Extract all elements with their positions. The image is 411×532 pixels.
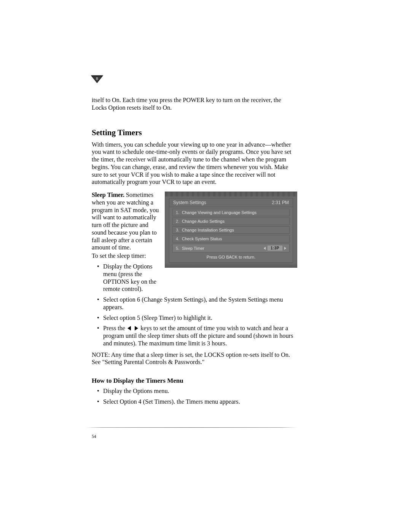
list-item: Display the Options menu. (92, 388, 297, 395)
arrow-bullet-post: keys to set the amount of time you wish … (103, 325, 293, 347)
figure-header: System Settings 2:31 PM (169, 198, 293, 207)
chapter-marker: 8 (90, 75, 104, 90)
note-paragraph: NOTE: Any time that a sleep timer is set… (92, 351, 297, 367)
figure-value: 1:3P (264, 245, 286, 251)
chapter-number: 8 (96, 76, 98, 81)
subsection-heading: How to Display the Timers Menu (92, 377, 297, 385)
triangle-right-icon (135, 326, 138, 331)
footer-rule (85, 427, 298, 428)
arrow-bullet-pre: Press the (103, 325, 127, 332)
figure-item: 1. Change Viewing and Language Settings (172, 209, 290, 216)
intro-paragraph: itself to On. Each time you press the PO… (92, 97, 297, 112)
sleep-timer-label: Sleep Timer. (92, 192, 124, 198)
triangle-left-icon (127, 326, 131, 331)
figure-time: 2:31 PM (272, 200, 289, 205)
section-heading: Setting Timers (92, 128, 297, 137)
section-paragraph: With timers, you can schedule your viewi… (92, 141, 297, 187)
sleep-timer-row: Sleep Timer. Sometimes when you are watc… (92, 192, 297, 293)
figure-title: System Settings (173, 200, 206, 205)
figure-value-chip: 1:3P (267, 245, 283, 251)
figure-panel: System Settings 2:31 PM 1. Change Viewin… (169, 198, 293, 263)
sleep-timer-bullets-narrow: Display the Options menu (press the OPTI… (92, 263, 159, 293)
page-content: 8 itself to On. Each time you press the … (92, 75, 297, 406)
list-item: Select Option 4 (Set Timers). the Timers… (92, 398, 297, 406)
sleep-timer-text: Sleep Timer. Sometimes when you are watc… (92, 192, 159, 293)
figure-list: 1. Change Viewing and Language Settings … (169, 207, 293, 252)
figure-item: 2. Change Audio Settings (172, 217, 290, 225)
figure-item-selected: 5. Sleep Timer 1:3P (172, 244, 290, 252)
figure-item: 4. Check System Status (172, 235, 290, 243)
triangle-left-icon (264, 247, 266, 250)
list-item: Select option 5 (Sleep Timer) to highlig… (92, 315, 297, 322)
figure-item: 3. Change Installation Settings (172, 226, 290, 234)
sleep-timer-lead: To set the sleep timer: (92, 252, 159, 260)
system-settings-figure: System Settings 2:31 PM 1. Change Viewin… (165, 192, 297, 268)
figure-footer: Press GO BACK to return. (169, 255, 293, 259)
sleep-timer-body: Sometimes when you are watching a progra… (92, 192, 159, 251)
display-timers-bullets: Display the Options menu. Select Option … (92, 388, 297, 406)
list-item: Display the Options menu (press the OPTI… (92, 263, 159, 293)
list-item: Select option 6 (Change System Settings)… (92, 296, 297, 312)
list-item: Press the keys to set the amount of time… (92, 325, 297, 347)
sleep-timer-bullets-wide: Select option 6 (Change System Settings)… (92, 296, 297, 348)
page-number: 54 (92, 434, 96, 439)
triangle-right-icon (284, 247, 286, 250)
